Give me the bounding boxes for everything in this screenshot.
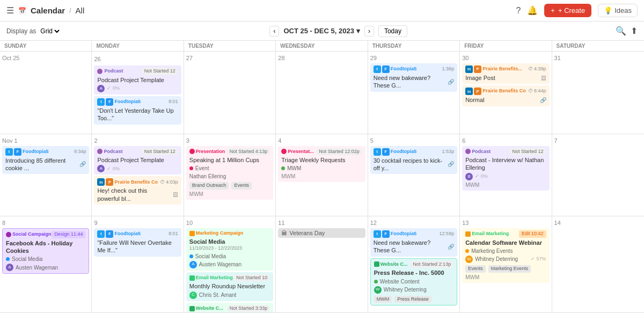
link-icon-oct30-2: 🔗 — [540, 97, 546, 104]
title-oct29: Need new bakeware? These G... — [374, 74, 445, 90]
time-oct29: 1:38p — [442, 66, 455, 72]
avatar-press-nov12: W — [374, 286, 382, 294]
help-icon[interactable]: ? — [516, 6, 521, 16]
card-foodtopia-oct29[interactable]: t F Foodtopia5 1:38p Need new bakeware? … — [370, 63, 457, 92]
tag-events-nov3: Events — [231, 182, 252, 190]
person-email-nov10: Chris St. Amant — [199, 292, 236, 299]
card-email-nov13[interactable]: Email Marketing Edit 10:42 Calendar Soft… — [462, 228, 549, 283]
title-oct30-1: Image Post — [465, 74, 495, 82]
foodtopia-title-oct26: "Don't Let Yesterday Take Up Too..." — [97, 107, 178, 122]
create-button[interactable]: + + Create — [544, 4, 591, 17]
week-row-2: Nov 1 t F Foodtopia5 9:34p Introducing 8… — [0, 134, 644, 217]
title-nov3: Speaking at 1 Million Cups — [189, 156, 270, 164]
title-email-nov13: Calendar Software Webinar — [465, 239, 546, 246]
header-wednesday: WEDNESDAY — [276, 41, 368, 51]
foodtopia-time-oct26: 8:01 — [169, 99, 178, 105]
time-nov5: 1:53p — [442, 149, 455, 155]
search-icon[interactable]: 🔍 — [616, 26, 626, 36]
podcast-progress: ✓ 0% — [107, 85, 120, 92]
prev-arrow[interactable]: ‹ — [269, 26, 279, 37]
person-nov8: Austen Wageman — [16, 264, 58, 271]
cell-oct29: 29 t F Foodtopia5 1:38p Need new bakewar… — [368, 52, 460, 134]
podcast-icon — [97, 69, 103, 74]
cell-oct30: 30 in P Prairie Benefits... ⏱ 4:39p Imag… — [460, 52, 552, 134]
img-nov2: 🖼 — [173, 191, 178, 198]
header-tuesday: TUESDAY — [184, 41, 276, 51]
calendar-body: Oct 25 26 + Podcast Not Started 12 — [0, 52, 644, 313]
status-nov3: Not Started 4:13p — [227, 148, 270, 156]
event-dot-nov3 — [189, 166, 193, 170]
card-podcast-project-1[interactable]: Podcast Not Started 12 Podcast Project T… — [94, 65, 181, 94]
nav-separator: / — [69, 7, 71, 14]
date-range[interactable]: OCT 25 - DEC 5, 2023 ▾ — [283, 27, 360, 35]
ideas-label: Ideas — [614, 6, 632, 14]
cell-nov12: 12 t F Foodtopia5 12:58p Need new bakewa… — [368, 216, 460, 312]
tag-marketing-events-nov13: Marketing Events — [488, 265, 531, 273]
card-email-nov10[interactable]: Email Marketing Not Started 10 Monthly R… — [186, 272, 273, 301]
next-arrow[interactable]: › — [364, 26, 374, 37]
top-nav: ☰ 📅 Calendar / All ? 🔔 + + Create 💡 Idea… — [0, 0, 644, 21]
img-icon-oct30: 🖼 — [541, 75, 546, 82]
title-nov5: 30 cocktail recipes to kick-off y... — [374, 157, 445, 172]
card-prairie-oct30-1[interactable]: in P Prairie Benefits... ⏱ 4:39p Image P… — [462, 63, 549, 84]
date-oct26: 26 — [94, 56, 100, 62]
grid-select[interactable]: Grid List — [38, 27, 61, 35]
calendar-header: SUNDAY MONDAY TUESDAY WEDNESDAY THURSDAY… — [0, 41, 644, 52]
cell-oct26: 26 + Podcast Not Started 12 Podcast Proj… — [92, 52, 184, 134]
title-nov12: Need new bakeware? These G... — [374, 239, 445, 254]
date-range-nov10: 11/10/2023 - 12/22/2023 — [189, 245, 270, 252]
ideas-bulb-icon: 💡 — [604, 6, 612, 14]
card-podcast-nov6[interactable]: Podcast Not Started 12 Podcast - Intervi… — [462, 146, 549, 191]
hamburger-icon[interactable]: ☰ — [6, 5, 14, 16]
status-email-nov13: Edit 10:42 — [519, 230, 546, 238]
card-foodtopia-nov9[interactable]: t F Foodtopia5 8:01 "Failure Will Never … — [94, 228, 181, 257]
header-monday: MONDAY — [92, 41, 184, 51]
share-icon[interactable]: ⬆ — [631, 26, 638, 36]
today-button[interactable]: Today — [378, 25, 407, 37]
cell-nov1: Nov 1 t F Foodtopia5 9:34p Introducing 8… — [0, 134, 92, 216]
create-label: + Create — [558, 6, 585, 14]
status-nov6: Not Started 12 — [510, 148, 546, 156]
tag-press-release-nov12: Press Release — [394, 296, 431, 303]
veterans-label: Veterans Day — [289, 230, 325, 236]
cell-nov8: 8 Social Campaign Design 11:44 Facebook … — [0, 216, 92, 312]
tag-mwm-nov3: MWM — [189, 191, 270, 198]
status-website-nov10: Not Started 3:33p — [227, 305, 270, 312]
ideas-button[interactable]: 💡 Ideas — [598, 4, 638, 17]
sub-nov4: MWM — [281, 173, 362, 180]
cell-oct25: Oct 25 — [0, 52, 92, 134]
link-icon-oct29: 🔗 — [448, 78, 454, 85]
card-marketing-nov10[interactable]: Marketing Campaign Social Media 11/10/20… — [186, 228, 273, 271]
card-website-nov10[interactable]: Website C... Not Started 3:33p (Guide) T… — [186, 303, 273, 312]
card-podcast-nov2[interactable]: Podcast Not Started 12 Podcast Project T… — [94, 146, 181, 175]
title-oct30-2: Normal — [465, 96, 484, 104]
card-social-nov8[interactable]: Social Campaign Design 11:44 Facebook Ad… — [2, 228, 89, 274]
card-press-release-nov12[interactable]: Website C... Not Started 2:13p Press Rel… — [370, 258, 457, 306]
card-triage-nov4[interactable]: Presentat... Not Started 12:02p Triage W… — [278, 146, 365, 183]
card-prairie-nov2[interactable]: in P Prairie Benefits Co ⏱ 4:03p Hey! ch… — [94, 176, 181, 205]
title-nov1: Introducing 85 different cookie ... — [5, 157, 77, 172]
card-presentation-nov3[interactable]: Presentation Not Started 4:13p Speaking … — [186, 146, 273, 200]
title-email-nov10: Monthly Roundup Newsletter — [189, 282, 270, 290]
status-nov4: Not Started 12:02p — [316, 148, 362, 156]
podcast-status-badge: Not Started 12 — [142, 68, 178, 75]
title-marketing-nov10: Social Media — [189, 238, 270, 245]
card-foodtopia-nov5[interactable]: t F Foodtopia5 1:53p 30 cocktail recipes… — [370, 146, 457, 174]
card-foodtopia-nov12[interactable]: t F Foodtopia5 12:58p Need new bakeware?… — [370, 228, 457, 257]
avatar-nov10-m: A — [189, 261, 197, 268]
cell-nov2: 2 Podcast Not Started 12 Podcast Project… — [92, 134, 184, 216]
bell-icon[interactable]: 🔔 — [527, 5, 538, 16]
status-nov2-podcast: Not Started 12 — [142, 148, 178, 156]
person-nov10-m: Austen Wageman — [199, 261, 241, 268]
calendar: SUNDAY MONDAY TUESDAY WEDNESDAY THURSDAY… — [0, 41, 644, 313]
card-foodtopia-nov1[interactable]: t F Foodtopia5 9:34p Introducing 85 diff… — [2, 146, 89, 174]
nav-section: All — [76, 6, 85, 15]
week-row-3: 8 Social Campaign Design 11:44 Facebook … — [0, 216, 644, 313]
card-prairie-oct30-2[interactable]: in P Prairie Benefits Co ⏱ 6:44p Normal … — [462, 85, 549, 106]
avatar-email-nov10: C — [189, 292, 197, 299]
display-as-label: Display as — [6, 27, 36, 35]
card-foodtopia-oct26[interactable]: t F Foodtopia5 8:01 "Don't Let Yesterday… — [94, 96, 181, 125]
header-thursday: THURSDAY — [368, 41, 460, 51]
tw-icon-1: t — [97, 98, 105, 106]
calendar-icon: 📅 — [18, 7, 26, 14]
